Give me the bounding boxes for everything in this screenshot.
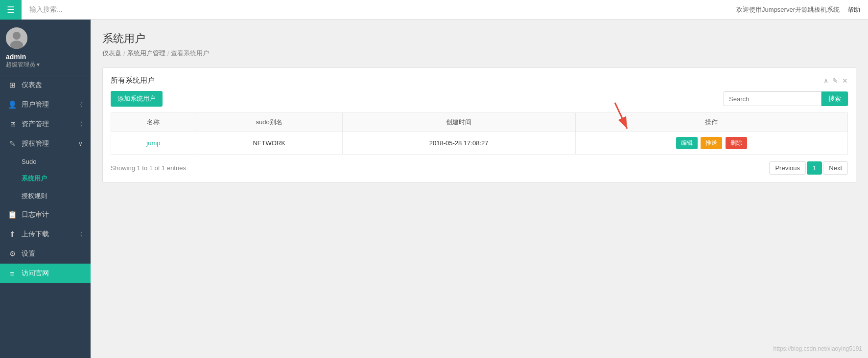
collapse-icon[interactable]: ∧ xyxy=(823,77,828,85)
page-title: 系统用户 xyxy=(102,31,856,46)
sidebar-item-upload-download-label: 上传下载 xyxy=(22,230,49,239)
push-button[interactable]: 推送 xyxy=(701,137,722,149)
watermark: https://blog.csdn.net/xiaoying5191 xyxy=(774,345,862,352)
col-header-sudo: sudo别名 xyxy=(196,113,342,132)
showing-info: Showing 1 to 1 of 1 entries xyxy=(111,164,186,172)
avatar xyxy=(6,27,27,49)
system-users-table: 名称 sudo别名 创建时间 操作 jump NETWORK 2018-05-2… xyxy=(111,112,848,155)
sidebar-item-upload-download[interactable]: ⬆ 上传下载 〈 xyxy=(0,224,91,244)
sidebar-item-dashboard[interactable]: ⊞ 仪表盘 xyxy=(0,75,91,95)
sidebar-item-settings[interactable]: ⚙ 设置 xyxy=(0,244,91,264)
menu-toggle-button[interactable]: ☰ xyxy=(0,0,22,20)
sidebar-item-dashboard-label: 仪表盘 xyxy=(22,81,42,90)
content-area: 系统用户 仪表盘 / 系统用户管理 / 查看系统用户 所有系统用户 ∧ ✎ ✕ … xyxy=(91,20,868,358)
breadcrumb: 仪表盘 / 系统用户管理 / 查看系统用户 xyxy=(102,49,856,58)
search-input[interactable] xyxy=(724,91,821,106)
sidebar-item-user-mgmt[interactable]: 👤 用户管理 〈 xyxy=(0,95,91,114)
search-hint: 输入搜索... xyxy=(22,5,728,14)
edit-button[interactable]: 编辑 xyxy=(676,137,698,149)
sidebar-nav: ⊞ 仪表盘 👤 用户管理 〈 🖥 资产管理 〈 ✎ 授权管理 ∨ Sudo xyxy=(0,75,91,358)
chevron-right-icon-3: 〈 xyxy=(77,230,83,239)
sidebar-item-log-stat[interactable]: 📋 日志审计 xyxy=(0,205,91,224)
hamburger-icon: ☰ xyxy=(7,4,15,15)
table-row: jump NETWORK 2018-05-28 17:08:27 编辑 推送 删… xyxy=(111,132,848,155)
table-header-row: 名称 sudo别名 创建时间 操作 xyxy=(111,113,848,132)
toolbar: 添加系统用户 搜索 xyxy=(111,91,848,107)
card-header-actions: ∧ ✎ ✕ xyxy=(823,77,848,85)
system-users-card: 所有系统用户 ∧ ✎ ✕ 添加系统用户 搜索 名称 sudo别 xyxy=(102,67,856,183)
sidebar: admin 超级管理员 ▾ ⊞ 仪表盘 👤 用户管理 〈 🖥 资产管理 〈 ✎ … xyxy=(0,20,91,358)
sidebar-item-log-stat-label: 日志审计 xyxy=(22,210,49,219)
sidebar-username: admin xyxy=(6,53,26,61)
main-layout: admin 超级管理员 ▾ ⊞ 仪表盘 👤 用户管理 〈 🖥 资产管理 〈 ✎ … xyxy=(0,20,868,358)
asset-icon: 🖥 xyxy=(8,120,17,129)
breadcrumb-sep-2: / xyxy=(167,50,169,57)
search-area: 搜索 xyxy=(724,91,848,106)
chevron-down-icon: ∨ xyxy=(78,140,83,147)
chevron-right-icon-2: 〈 xyxy=(77,120,83,129)
chevron-right-icon: 〈 xyxy=(77,101,83,109)
gear-icon: ⚙ xyxy=(8,249,17,258)
close-icon[interactable]: ✕ xyxy=(842,77,848,85)
card-title: 所有系统用户 xyxy=(111,76,155,85)
users-icon: 👤 xyxy=(8,100,17,109)
sidebar-item-asset-mgmt[interactable]: 🖥 资产管理 〈 xyxy=(0,114,91,134)
breadcrumb-sep-1: / xyxy=(123,50,125,57)
search-button[interactable]: 搜索 xyxy=(821,91,848,106)
top-navbar: ☰ 输入搜索... 欢迎使用Jumpserver开源跳板机系统 帮助 xyxy=(0,0,868,20)
sidebar-item-visit-web-label: 访问官网 xyxy=(22,269,49,278)
delete-button[interactable]: 删除 xyxy=(726,137,747,149)
perm-icon: ✎ xyxy=(8,139,17,148)
welcome-text: 欢迎使用Jumpserver开源跳板机系统 xyxy=(736,5,840,14)
breadcrumb-dashboard[interactable]: 仪表盘 xyxy=(102,49,121,58)
help-link[interactable]: 帮助 xyxy=(847,5,860,14)
pagination: Previous 1 Next xyxy=(769,161,848,175)
edit-icon[interactable]: ✎ xyxy=(832,77,838,85)
sidebar-sub-item-sudo-label: Sudo xyxy=(22,158,36,165)
log-icon: 📋 xyxy=(8,210,17,219)
breadcrumb-system-user-mgmt[interactable]: 系统用户管理 xyxy=(127,49,165,58)
upload-icon: ⬆ xyxy=(8,230,17,239)
col-header-name: 名称 xyxy=(111,113,196,132)
sidebar-item-visit-web[interactable]: ≡ 访问官网 xyxy=(0,264,91,283)
top-nav-right: 欢迎使用Jumpserver开源跳板机系统 帮助 xyxy=(728,5,868,14)
row-actions: 编辑 推送 删除 xyxy=(575,132,847,155)
sidebar-item-settings-label: 设置 xyxy=(22,249,35,258)
sidebar-sub-item-system-user[interactable]: 系统用户 xyxy=(0,170,91,187)
sidebar-role[interactable]: 超级管理员 ▾ xyxy=(6,61,40,69)
sidebar-item-user-mgmt-label: 用户管理 xyxy=(22,100,49,109)
prev-page-button[interactable]: Previous xyxy=(769,161,806,175)
sidebar-item-asset-mgmt-label: 资产管理 xyxy=(22,120,49,129)
col-header-created: 创建时间 xyxy=(342,113,575,132)
dashboard-icon: ⊞ xyxy=(8,81,17,90)
row-created-at: 2018-05-28 17:08:27 xyxy=(342,132,575,155)
svg-point-1 xyxy=(13,32,21,40)
sidebar-sub-item-system-user-label: 系统用户 xyxy=(22,174,47,183)
breadcrumb-current: 查看系统用户 xyxy=(171,49,209,58)
page-1-button[interactable]: 1 xyxy=(807,161,822,175)
add-system-user-button[interactable]: 添加系统用户 xyxy=(111,91,163,107)
sidebar-item-perm-mgmt[interactable]: ✎ 授权管理 ∨ xyxy=(0,134,91,154)
web-icon: ≡ xyxy=(8,269,17,278)
col-header-actions: 操作 xyxy=(575,113,847,132)
sidebar-sub-item-perm-rule[interactable]: 授权规则 xyxy=(0,187,91,205)
sidebar-item-perm-mgmt-label: 授权管理 xyxy=(22,139,49,148)
sidebar-sub-item-sudo[interactable]: Sudo xyxy=(0,154,91,170)
next-page-button[interactable]: Next xyxy=(823,161,848,175)
sidebar-user: admin 超级管理员 ▾ xyxy=(0,20,91,75)
sidebar-sub-item-perm-rule-label: 授权规则 xyxy=(22,192,47,201)
card-header: 所有系统用户 ∧ ✎ ✕ xyxy=(111,76,848,85)
row-sudo-alias: NETWORK xyxy=(196,132,342,155)
table-footer: Showing 1 to 1 of 1 entries Previous 1 N… xyxy=(111,161,848,175)
row-name[interactable]: jump xyxy=(111,132,196,155)
